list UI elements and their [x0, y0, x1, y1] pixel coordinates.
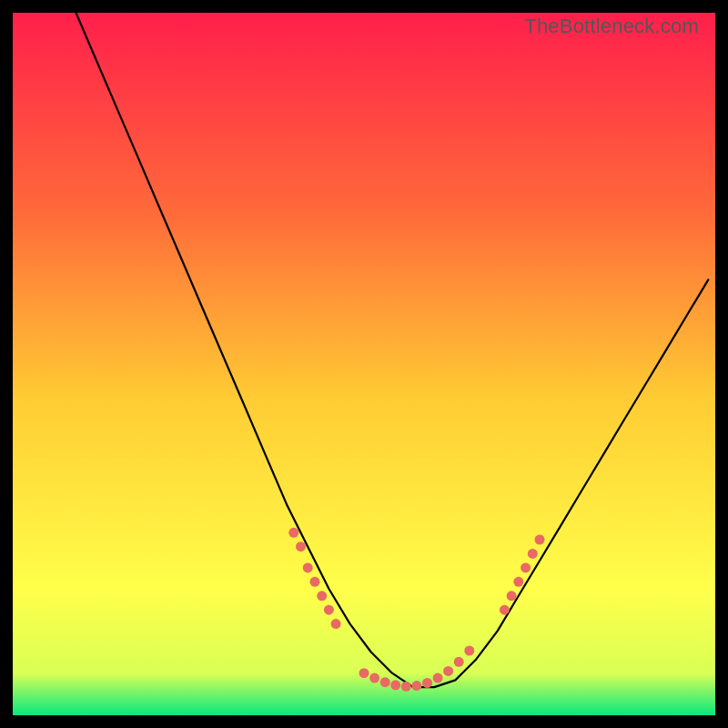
data-point: [513, 577, 523, 587]
data-point: [521, 562, 531, 572]
data-point: [303, 562, 313, 572]
chart-frame: TheBottleneck.com: [13, 13, 715, 715]
data-point: [528, 549, 538, 559]
data-point: [380, 677, 390, 687]
data-point: [324, 605, 334, 615]
data-point: [331, 619, 341, 629]
data-point: [443, 666, 453, 676]
data-point: [535, 535, 545, 545]
data-point: [507, 591, 517, 601]
data-point: [401, 682, 411, 692]
data-point: [296, 541, 306, 551]
data-point: [369, 673, 379, 683]
gradient-background: [13, 13, 715, 715]
data-point: [317, 591, 327, 601]
data-point: [464, 646, 474, 656]
data-point: [422, 678, 432, 688]
bottleneck-chart: [13, 13, 715, 715]
data-point: [411, 681, 421, 691]
data-point: [390, 680, 400, 690]
data-point: [500, 605, 510, 615]
data-point: [359, 668, 369, 678]
watermark-text: TheBottleneck.com: [524, 15, 699, 38]
data-point: [454, 657, 464, 667]
data-point: [310, 577, 320, 587]
data-point: [288, 528, 298, 538]
data-point: [433, 673, 443, 683]
